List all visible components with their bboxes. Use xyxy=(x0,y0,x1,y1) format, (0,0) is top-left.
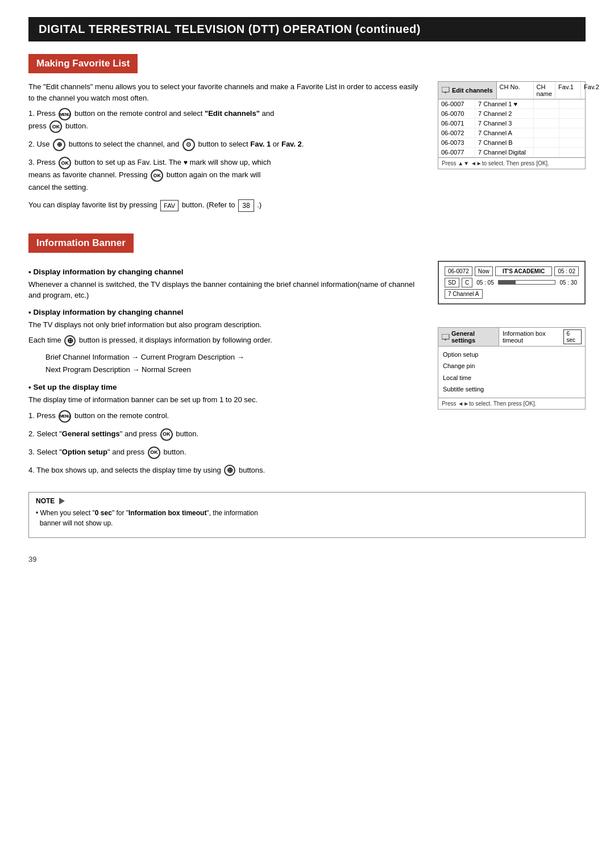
menu-item-local-time: Local time xyxy=(443,372,580,384)
setup-step-1: Press MENU button on the remote control. xyxy=(28,410,426,423)
progress-bar-fill xyxy=(499,281,516,284)
col-fav2: Fav.2 xyxy=(581,82,607,99)
display-by-changing-heading-2: Display information by changing channel xyxy=(28,308,426,316)
making-favorite-list-content: The "Edit channels" menu allows you to s… xyxy=(28,81,586,216)
fav-button: FAV xyxy=(160,200,179,212)
step-2: Use ⊕ buttons to select the channel, and… xyxy=(28,139,426,151)
making-favorite-list-steps: Press MENU button on the remote control … xyxy=(28,108,426,194)
timeout-value: 6 sec xyxy=(563,329,582,344)
fav2-cell xyxy=(559,99,585,108)
menu-item-option-setup: Option setup xyxy=(443,349,580,361)
making-favorite-list-intro: The "Edit channels" menu allows you to s… xyxy=(28,81,426,103)
col-headers: CH No. CH name Fav.1 Fav.2 xyxy=(497,82,607,99)
ok-button-icon-4: OK xyxy=(160,428,173,441)
gen-settings-footer: Press ◄►to select. Then press [OK]. xyxy=(438,398,585,409)
menu-button-icon-2: MENU xyxy=(59,410,71,423)
right-button-icon: ⊙ xyxy=(182,139,195,151)
table-row: 06-0077 7 Channel Digital xyxy=(438,148,585,157)
information-banner-left: Display information by changing channel … xyxy=(28,261,426,482)
information-banner-right: 06-0072 Now IT'S ACADEMIC 05 : 02 SD C 0… xyxy=(438,261,586,410)
setup-display-time-steps: Press MENU button on the remote control.… xyxy=(28,410,426,477)
svg-rect-2 xyxy=(442,334,449,339)
tv-time2-end: 05 : 30 xyxy=(558,278,579,287)
tv-sd-cell: SD xyxy=(445,278,459,287)
gen-settings-title-sub: Information box timeout 6 sec xyxy=(499,328,585,346)
col-fav1: Fav.1 xyxy=(555,82,581,99)
updown-button-icon: ⊕ xyxy=(53,139,65,151)
tv-time2-start: 05 : 05 xyxy=(475,278,496,287)
flow-text-1: Brief Channel Information → Current Prog… xyxy=(45,351,426,376)
table-row: 06-0071 7 Channel 3 xyxy=(438,119,585,128)
tv-row-2: SD C 05 : 05 05 : 30 xyxy=(445,278,579,287)
tv-now-cell: Now xyxy=(475,266,493,276)
tv-row-3: 7 Channel A xyxy=(445,289,579,299)
ok-button-icon-2: OK xyxy=(59,157,71,169)
display-by-changing-text-2b: Each time ⊕ button is pressed, it displa… xyxy=(28,335,426,347)
gen-settings-title-main: General settings xyxy=(438,328,499,346)
making-favorite-list-left: The "Edit channels" menu allows you to s… xyxy=(28,81,426,216)
edit-channels-box: Edit channels CH No. CH name Fav.1 Fav.2… xyxy=(438,81,586,169)
setup-display-time-heading: Set up the display time xyxy=(28,383,426,391)
table-row: 06-0070 7 Channel 2 xyxy=(438,109,585,119)
setup-display-time-intro: The display time of information banner c… xyxy=(28,394,426,406)
information-banner-content: Display information by changing channel … xyxy=(28,261,586,482)
information-banner-section: Information Banner Display information b… xyxy=(28,233,586,539)
tv-program-cell: IT'S ACADEMIC xyxy=(495,266,553,276)
svg-rect-0 xyxy=(442,87,449,92)
menu-item-subtitle: Subtitle setting xyxy=(443,383,580,395)
gen-settings-menu: Option setup Change pin Local time Subti… xyxy=(438,347,585,398)
ok-button-icon: OK xyxy=(49,120,62,133)
chno-cell: 06-0007 xyxy=(438,99,475,108)
setup-step-3: Select "Option setup" and press OK butto… xyxy=(28,446,426,459)
making-favorite-list-heading: Making Favorite List xyxy=(28,54,138,73)
note-box: NOTE • When you select "0 sec" for "Info… xyxy=(28,492,586,538)
tv-channel-name: 7 Channel A xyxy=(445,289,483,299)
menu-item-change-pin: Change pin xyxy=(443,360,580,372)
tv-ch-cell: 06-0072 xyxy=(445,266,472,276)
fav1-cell xyxy=(534,99,559,108)
fav-note: You can display favorite list by pressin… xyxy=(28,199,426,212)
edit-channels-title-row: Edit channels CH No. CH name Fav.1 Fav.2 xyxy=(438,82,585,99)
tv-row-1: 06-0072 Now IT'S ACADEMIC 05 : 02 xyxy=(445,266,579,276)
svg-rect-1 xyxy=(445,92,446,93)
tv-time-cell: 05 : 02 xyxy=(554,266,579,276)
display-by-changing-text-2a: The TV displays not only brief informati… xyxy=(28,319,426,331)
table-row: 06-0072 7 Channel A xyxy=(438,128,585,138)
info-button-icon: ⊕ xyxy=(64,335,76,347)
gen-settings-title: General settings Information box timeout… xyxy=(438,328,585,347)
svg-rect-3 xyxy=(445,339,446,340)
ok-button-icon-5: OK xyxy=(148,446,160,459)
table-row: 06-0007 7 Channel 1 ♥ xyxy=(438,99,585,109)
display-by-changing-heading-1: Display information by changing channel xyxy=(28,268,426,276)
main-title: DIGITAL TERRESTRIAL TELEVISION (DTT) OPE… xyxy=(28,17,586,41)
step-1: Press MENU button on the remote control … xyxy=(28,108,426,133)
tv-c-cell: C xyxy=(462,278,472,287)
note-label: NOTE xyxy=(36,497,578,505)
info-box-timeout-label: Information box timeout xyxy=(503,330,562,344)
information-banner-heading: Information Banner xyxy=(28,233,134,253)
display-by-changing-text-1: Whenever a channel is switched, the TV d… xyxy=(28,279,426,301)
chname-cell: 7 Channel 1 ♥ xyxy=(475,99,534,108)
edit-channels-title: Edit channels xyxy=(438,82,497,99)
note-arrow-icon xyxy=(59,498,65,504)
tv-icon xyxy=(442,333,450,341)
ok-button-icon-3: OK xyxy=(151,169,163,182)
edit-channels-table-container: Edit channels CH No. CH name Fav.1 Fav.2… xyxy=(438,81,586,169)
tv-progress-container xyxy=(498,280,556,285)
page-number: 39 xyxy=(28,555,586,564)
making-favorite-list-section: Making Favorite List The "Edit channels"… xyxy=(28,54,586,216)
col-chno: CH No. xyxy=(497,82,534,99)
step-3: Press OK button to set up as Fav. List. … xyxy=(28,157,426,194)
setup-step-4: The box shows up, and selects the displa… xyxy=(28,465,426,477)
edit-channels-footer: Press ▲▼ ◄►to select. Then press [OK]. xyxy=(438,157,585,169)
progress-bar xyxy=(498,280,556,285)
lr-button-icon: ⊕ xyxy=(224,465,235,476)
note-text: • When you select "0 sec" for "Informati… xyxy=(36,508,578,528)
monitor-icon xyxy=(442,87,450,94)
gen-settings-label: General settings xyxy=(451,330,495,344)
gen-settings-box: General settings Information box timeout… xyxy=(438,327,586,410)
ref-38: 38 xyxy=(238,199,254,212)
col-chname: CH name xyxy=(534,82,556,99)
menu-button-icon: MENU xyxy=(59,108,71,120)
setup-step-2: Select "General settings" and press OK b… xyxy=(28,428,426,441)
